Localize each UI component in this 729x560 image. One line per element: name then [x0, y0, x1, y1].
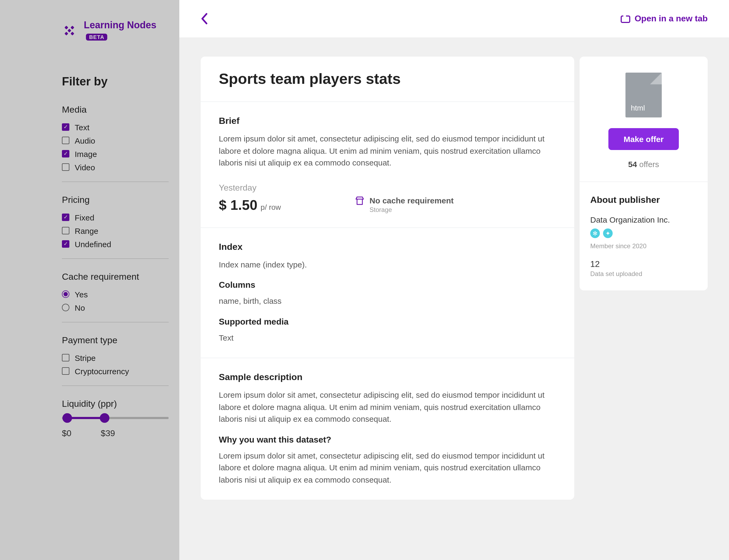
why-heading: Why you want this dataset? [219, 435, 556, 444]
filter-group-pricing: Pricing [62, 195, 163, 205]
svg-rect-6 [623, 14, 626, 17]
checkbox-icon [62, 137, 69, 144]
checkbox-icon [62, 354, 69, 361]
checkbox-icon [62, 123, 69, 131]
publisher-name: Data Organization Inc. [590, 215, 697, 224]
svg-rect-2 [68, 29, 72, 32]
payment-stripe[interactable]: Stripe [62, 353, 163, 362]
chevron-left-icon [201, 13, 208, 25]
make-offer-button[interactable]: Make offer [609, 128, 679, 150]
cache-yes[interactable]: Yes [62, 290, 163, 299]
brief-heading: Brief [219, 116, 556, 127]
media-image[interactable]: Image [62, 149, 163, 158]
slider-handle-max[interactable] [100, 413, 109, 423]
cache-requirement: No cache requirement Storage [356, 196, 453, 213]
open-new-tab-link[interactable]: Open in a new tab [621, 14, 708, 23]
publisher-card: html Make offer 54 offers About publishe… [580, 57, 708, 290]
checkbox-icon [62, 367, 69, 375]
pricing-undefined[interactable]: Undefined [62, 239, 163, 249]
publisher-badges: ✻ ✦ [590, 228, 697, 238]
about-publisher-heading: About publisher [590, 195, 697, 206]
dataset-card: Sports team players stats Brief Lorem ip… [201, 57, 574, 500]
verified-badge-icon: ✻ [590, 228, 600, 238]
pricing-fixed[interactable]: Fixed [62, 213, 163, 222]
trusted-badge-icon: ✦ [603, 228, 613, 238]
dataset-title: Sports team players stats [219, 70, 556, 88]
radio-icon [62, 304, 69, 311]
media-text[interactable]: Text [62, 123, 163, 132]
svg-rect-0 [71, 26, 74, 29]
svg-rect-3 [71, 31, 74, 35]
brand-name: Learning Nodes BETA [84, 20, 179, 41]
detail-topbar: Open in a new tab [179, 0, 729, 37]
columns-heading: Columns [219, 280, 556, 290]
dataset-price: $ 1.50 p/ row [219, 197, 281, 213]
filter-title: Filter by [62, 74, 163, 88]
filter-sidebar: Learning Nodes BETA Filter by Media Text… [0, 0, 179, 560]
filter-group-payment: Payment type [62, 335, 163, 346]
svg-rect-1 [65, 26, 69, 29]
datasets-count: 12 [590, 259, 697, 269]
datasets-count-label: Data set uploaded [590, 270, 697, 278]
index-body: Index name (index type). [219, 259, 556, 271]
new-tab-icon [621, 14, 630, 23]
payment-crypto[interactable]: Cryptocurrency [62, 366, 163, 376]
checkbox-icon [62, 240, 69, 248]
cache-no[interactable]: No [62, 303, 163, 312]
checkbox-icon [62, 163, 69, 171]
member-since: Member since 2020 [590, 242, 697, 250]
back-button[interactable] [201, 13, 208, 25]
liquidity-slider[interactable] [62, 417, 169, 419]
divider [62, 181, 169, 182]
checkbox-icon [62, 150, 69, 157]
media-audio[interactable]: Audio [62, 136, 163, 145]
supported-body: Text [219, 332, 556, 344]
brand-logo[interactable]: Learning Nodes BETA [0, 0, 179, 58]
media-video[interactable]: Video [62, 163, 163, 172]
divider [62, 322, 169, 322]
storage-icon [356, 196, 364, 207]
sample-body: Lorem ipsum dolor sit amet, consectetur … [219, 389, 556, 425]
pricing-range[interactable]: Range [62, 226, 163, 235]
index-heading: Index [219, 242, 556, 252]
offers-count: 54 offers [590, 160, 697, 169]
file-type-icon: html [625, 73, 662, 117]
dataset-timestamp: Yesterday [219, 183, 281, 192]
divider [62, 385, 169, 386]
divider [62, 258, 169, 259]
checkbox-icon [62, 214, 69, 221]
filter-group-media: Media [62, 104, 163, 115]
filter-group-cache: Cache requirement [62, 271, 163, 282]
liquidity-min-label: $0 [62, 428, 72, 438]
beta-badge: BETA [86, 34, 108, 41]
radio-icon [62, 290, 69, 298]
svg-rect-5 [621, 16, 630, 22]
why-body: Lorem ipsum dolor sit amet, consectetur … [219, 450, 556, 486]
slider-handle-min[interactable] [62, 413, 72, 423]
liquidity-max-label: $39 [101, 428, 115, 438]
brief-body: Lorem ipsum dolor sit amet, consectetur … [219, 133, 556, 169]
filter-group-liquidity: Liquidity (ppr) [62, 399, 163, 409]
sample-heading: Sample description [219, 372, 556, 383]
brand-logo-icon [62, 23, 77, 39]
checkbox-icon [62, 227, 69, 234]
detail-panel: Open in a new tab Sports team players st… [179, 0, 729, 560]
svg-rect-4 [65, 31, 69, 35]
columns-body: name, birth, class [219, 295, 556, 307]
supported-heading: Supported media [219, 317, 556, 326]
